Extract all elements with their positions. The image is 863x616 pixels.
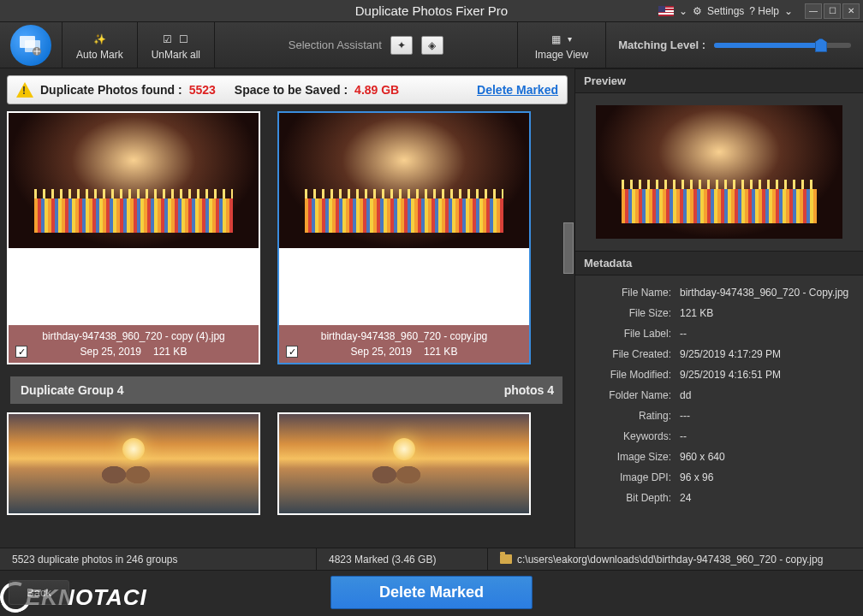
photo-date: Sep 25, 2019 [80,346,141,358]
maximize-button[interactable]: ☐ [824,3,841,19]
grid-icon: ▦ [551,33,561,45]
metadata-row: Keywords:-- [586,426,853,447]
gallery: birthday-947438_960_720 - copy (4).jpg ✓… [0,111,574,548]
metadata-value: 24 [680,492,853,504]
found-label: Duplicate Photos found : [40,83,182,97]
title-bar: Duplicate Photos Fixer Pro ⌄ ⚙ Settings … [0,0,863,22]
photo-checkbox[interactable]: ✓ [286,346,298,358]
metadata-key: File Modified: [586,369,680,381]
unmark-all-button[interactable]: ☑☐ UnMark all [137,22,214,68]
metadata-key: Folder Name: [586,389,680,401]
metadata-key: File Size: [586,307,680,319]
metadata-key: File Label: [586,328,680,340]
chevron-down-icon[interactable]: ⌄ [679,5,687,17]
photo-filename: birthday-947438_960_720 - copy (4).jpg [15,330,252,342]
metadata-value: 9/25/2019 4:16:51 PM [680,369,853,381]
photo-thumbnail[interactable] [9,414,259,513]
metadata-value: dd [680,389,853,401]
selection-assistant-label: Selection Assistant [289,38,382,51]
matching-level-label: Matching Level : [618,38,705,51]
metadata-row: Bit Depth:24 [586,488,853,508]
metadata-row: File Name:birthday-947438_960_720 - Copy… [586,282,853,303]
matching-level-control: Matching Level : [605,22,863,68]
matching-level-slider[interactable] [714,43,851,48]
status-marked: 4823 Marked (3.46 GB) [329,554,436,566]
back-button[interactable]: Back [9,580,69,605]
preview-box [575,93,863,251]
metadata-value: 960 x 640 [680,451,853,463]
delete-marked-link[interactable]: Delete Marked [477,83,558,97]
photo-filename: birthday-947438_960_720 - copy.jpg [286,330,522,342]
chevron-down-icon[interactable]: ⌄ [784,5,793,17]
space-label: Space to be Saved : [235,83,348,97]
preview-header: Preview [575,68,863,93]
info-bar: Duplicate Photos found : 5523 Space to b… [7,75,568,104]
photo-card[interactable] [277,412,531,515]
empty-box-icon: ☐ [179,33,188,45]
preview-image [596,105,842,239]
metadata-row: File Size:121 KB [586,303,853,323]
window-title: Duplicate Photos Fixer Pro [217,3,646,18]
checkbox-icon: ☑ [163,33,172,45]
metadata-value: -- [680,328,853,340]
photo-checkbox[interactable]: ✓ [15,346,27,358]
photo-card[interactable]: birthday-947438_960_720 - copy (4).jpg ✓… [7,111,260,364]
metadata-key: Keywords: [586,430,680,442]
assistant-erase-button[interactable]: ◈ [421,36,443,55]
help-link[interactable]: ? Help [749,5,779,17]
auto-mark-label: Auto Mark [76,49,123,61]
selection-assistant-group: Selection Assistant ✦ ◈ [214,22,517,68]
assistant-wand-button[interactable]: ✦ [390,36,413,55]
status-path: c:\users\eakorg\downloads\dd\birthday-94… [517,554,823,566]
delete-marked-button[interactable]: Delete Marked [330,576,533,609]
folder-icon [500,554,512,564]
close-button[interactable]: ✕ [842,3,860,19]
metadata-key: File Name: [586,287,680,299]
found-count: 5523 [189,83,216,97]
metadata-key: Rating: [586,410,680,422]
photo-thumbnail[interactable] [279,414,529,513]
wand-icon: ✨ [93,33,106,45]
settings-link[interactable]: Settings [707,5,744,17]
metadata-value: 9/25/2019 4:17:29 PM [680,348,853,360]
metadata-row: Folder Name:dd [586,385,853,406]
metadata-key: Image DPI: [586,471,680,483]
scrollbar-thumb[interactable] [563,222,574,274]
metadata-key: Image Size: [586,451,680,463]
metadata-value: 121 KB [680,307,853,319]
group-header[interactable]: Duplicate Group 4 photos 4 [10,376,564,404]
status-bar: 5523 duplicate photos in 246 groups 4823… [0,548,863,570]
space-value: 4.89 GB [354,83,399,97]
group-count: photos 4 [504,383,554,397]
metadata-key: Bit Depth: [586,492,680,504]
gear-icon[interactable]: ⚙ [693,5,702,17]
minimize-button[interactable]: — [805,3,822,19]
image-view-label: Image View [535,49,588,61]
metadata-row: Rating:--- [586,406,853,426]
metadata-header: Metadata [575,251,863,275]
unmark-label: UnMark all [152,49,200,61]
metadata-value: -- [680,430,853,442]
metadata-table: File Name:birthday-947438_960_720 - Copy… [575,275,863,515]
image-view-button[interactable]: ▦▾ Image View [517,22,605,68]
photo-size: 121 KB [424,346,457,358]
metadata-value: birthday-947438_960_720 - Copy.jpg [680,287,853,299]
photo-thumbnail[interactable] [9,113,259,248]
photo-card[interactable] [7,412,260,515]
flag-icon[interactable] [658,6,674,16]
photo-card[interactable]: birthday-947438_960_720 - copy.jpg ✓ Sep… [277,111,531,364]
scrollbar[interactable] [562,111,574,548]
auto-mark-button[interactable]: ✨ Auto Mark [62,22,137,68]
warning-icon [16,82,33,98]
metadata-value: 96 x 96 [680,471,853,483]
photo-thumbnail[interactable] [279,113,529,248]
metadata-row: Image DPI:96 x 96 [586,467,853,488]
metadata-value: --- [680,410,853,422]
photo-size: 121 KB [153,346,187,358]
slider-thumb[interactable] [815,38,827,52]
bottom-bar: EKNOTACI Back Delete Marked [0,570,863,614]
status-summary: 5523 duplicate photos in 246 groups [12,554,177,566]
metadata-row: Image Size:960 x 640 [586,447,853,467]
photo-date: Sep 25, 2019 [351,346,412,358]
metadata-row: File Modified:9/25/2019 4:16:51 PM [586,364,853,385]
